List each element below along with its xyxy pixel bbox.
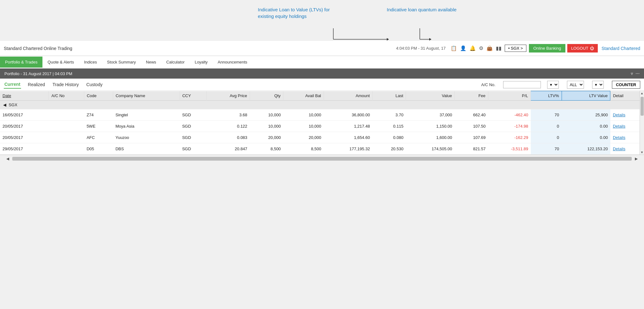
bag-icon[interactable]: 👜 (486, 45, 493, 51)
cell-ac_no (49, 132, 84, 143)
col-detail[interactable]: Detail (610, 91, 644, 101)
alert-icon[interactable]: 🔔 (469, 45, 476, 51)
nav-item-portfolio---trades[interactable]: Portfolio & Trades (0, 57, 42, 68)
power-icon: ⏻ (590, 46, 594, 51)
tab-current[interactable]: Current (4, 80, 21, 89)
header-datetime: 4:04:03 PM - 31 August, 17 (396, 46, 446, 51)
cell-code: Z74 (84, 109, 113, 121)
nav-item-loyalty[interactable]: Loyalty (190, 57, 213, 68)
cell-qty: 10,000 (250, 109, 283, 121)
tab-realized[interactable]: Realized (27, 81, 46, 88)
col-qty[interactable]: Qty (250, 91, 283, 101)
table-row: 20/05/2017AFCYuuzooSGD0.08320,00020,0001… (0, 132, 644, 143)
col-ltv-value[interactable]: LTV Value (562, 91, 610, 101)
annotation-area: Indicative Loan to Value (LTVs) for exis… (0, 0, 644, 41)
col-company-name[interactable]: Company Name (113, 91, 180, 101)
cell-last: 20.530 (372, 143, 406, 155)
cell-ltv_pct: 0 (531, 121, 562, 132)
nav-item-stock-summary[interactable]: Stock Summary (102, 57, 141, 68)
cell-value: 1,600.00 (406, 132, 455, 143)
annotation-left-text: Indicative Loan to Value (LTVs) for exis… (258, 6, 346, 19)
cell-ltv_pct: 70 (531, 109, 562, 121)
online-banking-button[interactable]: Online Banking (529, 44, 565, 52)
col-ccy[interactable]: CCY (180, 91, 206, 101)
col-code[interactable]: Code (84, 91, 113, 101)
svg-marker-2 (387, 38, 389, 41)
tab-custody[interactable]: Custody (86, 81, 103, 88)
annotation-right-text: Indicative loan quantum available (387, 6, 462, 13)
cell-ltv_value: 0.00 (562, 121, 610, 132)
settings-icon[interactable]: ⚙ (479, 45, 483, 51)
cell-value: 37,000 (406, 109, 455, 121)
cell-fee: 107.69 (455, 132, 488, 143)
nav-item-announcements[interactable]: Announcements (213, 57, 252, 68)
cell-last: 0.080 (372, 132, 406, 143)
col-pl[interactable]: P/L (488, 91, 531, 101)
skip-icon[interactable]: ▮▮ (496, 45, 502, 51)
svg-marker-5 (429, 38, 431, 41)
scroll-thumb-h[interactable] (12, 157, 632, 161)
col-date[interactable]: Date (0, 91, 49, 101)
sub-tabs-row: Current Realized Trade History Custody A… (0, 79, 644, 91)
header-icons: 📋 👤 🔔 ⚙ 👜 ▮▮ (451, 45, 502, 51)
tab-trade-history[interactable]: Trade History (52, 81, 80, 88)
scroll-up-arrow[interactable]: ▲ (640, 91, 644, 96)
nav-bar: Portfolio & TradesQuote & AlertsIndicesS… (0, 56, 644, 69)
nav-item-quote---alerts[interactable]: Quote & Alerts (42, 57, 79, 68)
cell-qty: 8,500 (250, 143, 283, 155)
cell-detail[interactable]: Details (610, 109, 644, 121)
table-row: 20/05/20175WEMoya AsiaSGD0.12210,00010,0… (0, 121, 644, 132)
table-row: 29/05/2017D05DBSSGD20.8478,5008,500177,1… (0, 143, 644, 155)
cell-avg_price: 3.68 (206, 109, 250, 121)
app-title: Standard Chartered Online Trading (4, 46, 396, 51)
counter-button[interactable]: COUNTER (612, 81, 640, 89)
ac-no-label: A/C No. (481, 82, 496, 87)
nav-item-news[interactable]: News (141, 57, 161, 68)
scroll-left-arrow[interactable]: ◀ (6, 157, 9, 161)
ac-no-dropdown[interactable]: ▾ (547, 81, 559, 89)
cell-avail_bal: 10,000 (283, 109, 324, 121)
scroll-down-arrow[interactable]: ▼ (640, 150, 644, 155)
cell-pl: -162.29 (488, 132, 531, 143)
cell-avail_bal: 8,500 (283, 143, 324, 155)
scroll-right-arrow[interactable]: ▶ (635, 157, 638, 161)
horizontal-scrollbar[interactable]: ◀ ▶ (0, 155, 644, 162)
col-ac-no[interactable]: A/C No (49, 91, 84, 101)
cell-code: D05 (84, 143, 113, 155)
all-dropdown[interactable]: ALL (567, 81, 584, 89)
cell-avail_bal: 10,000 (283, 121, 324, 132)
cell-ccy: SGD (180, 143, 206, 155)
vertical-scrollbar[interactable]: ▲ ▼ (640, 91, 644, 155)
filter-icon[interactable]: ▿ (631, 71, 633, 76)
cell-detail[interactable]: Details (610, 121, 644, 132)
more-icon[interactable]: ⋯ (636, 71, 640, 76)
cell-last: 3.70 (372, 109, 406, 121)
sgx-button[interactable]: • SGX > (505, 45, 526, 52)
cell-detail[interactable]: Details (610, 132, 644, 143)
col-fee[interactable]: Fee (455, 91, 488, 101)
copy-icon[interactable]: 📋 (451, 45, 457, 51)
scroll-thumb-v[interactable] (641, 97, 644, 116)
cell-amount: 1,217.48 (324, 121, 373, 132)
cell-ltv_pct: 70 (531, 143, 562, 155)
col-amount[interactable]: Amount (324, 91, 373, 101)
user-icon[interactable]: 👤 (460, 45, 466, 51)
cell-code: AFC (84, 132, 113, 143)
cell-code: 5WE (84, 121, 113, 132)
col-avg-price[interactable]: Avg Price (206, 91, 250, 101)
nav-item-indices[interactable]: Indices (79, 57, 102, 68)
col-last[interactable]: Last (372, 91, 406, 101)
cell-fee: 662.40 (455, 109, 488, 121)
cell-date: 20/05/2017 (0, 121, 49, 132)
table-header-row: Date A/C No Code Company Name CCY Avg Pr… (0, 91, 644, 101)
nav-item-calculator[interactable]: Calculator (161, 57, 190, 68)
col-avail-bal[interactable]: Avail Bal (283, 91, 324, 101)
col-value[interactable]: Value (406, 91, 455, 101)
cell-ltv_pct: 0 (531, 132, 562, 143)
ac-no-input[interactable] (503, 81, 541, 88)
col-ltv-pct[interactable]: LTV% (531, 91, 562, 101)
sc-link[interactable]: Standard Chartered (602, 46, 640, 51)
all-sub-dropdown[interactable]: ▾ (592, 81, 604, 89)
cell-detail[interactable]: Details (610, 143, 644, 155)
logout-button[interactable]: LOGOUT ⏻ (567, 44, 598, 52)
